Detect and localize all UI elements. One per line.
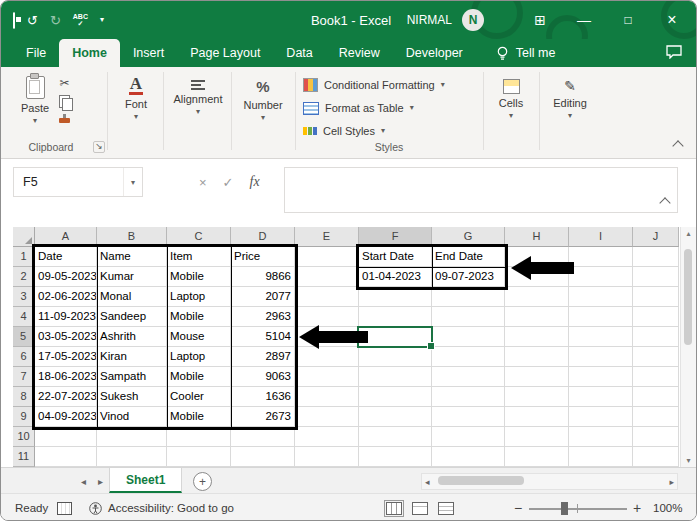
save-icon[interactable]: [13, 14, 15, 27]
font-group-button[interactable]: A Font ▾: [113, 75, 159, 121]
row-header-5[interactable]: 5: [13, 327, 35, 347]
cell-B7[interactable]: Sampath: [97, 367, 167, 387]
cell-I5[interactable]: [569, 327, 633, 347]
number-group-button[interactable]: % Number ▾: [237, 75, 289, 122]
cell-C2[interactable]: Mobile: [167, 267, 231, 287]
cell-G4[interactable]: [432, 307, 505, 327]
cell-G3[interactable]: [432, 287, 505, 307]
row-header-7[interactable]: 7: [13, 367, 35, 387]
cell-I8[interactable]: [569, 387, 633, 407]
cell-A4[interactable]: 11-09-2023: [35, 307, 97, 327]
row-header-6[interactable]: 6: [13, 347, 35, 367]
cell-H6[interactable]: [505, 347, 569, 367]
cell-J11[interactable]: [633, 447, 679, 467]
cell-H3[interactable]: [505, 287, 569, 307]
column-header-A[interactable]: A: [35, 227, 97, 247]
cell-I9[interactable]: [569, 407, 633, 427]
cell-E2[interactable]: [295, 267, 359, 287]
cell-C1[interactable]: Item: [167, 247, 231, 267]
paste-dropdown-caret[interactable]: ▾: [33, 117, 37, 125]
zoom-out-icon[interactable]: −: [514, 494, 522, 521]
paste-button[interactable]: Paste ▾: [15, 73, 55, 125]
prev-sheet-icon[interactable]: ◂: [81, 476, 86, 487]
cell-J7[interactable]: [633, 367, 679, 387]
clipboard-dialog-launcher[interactable]: ↘: [93, 141, 105, 153]
horizontal-scrollbar[interactable]: ◂ ▸: [421, 473, 678, 490]
row-header-1[interactable]: 1: [13, 247, 35, 267]
cell-B11[interactable]: [97, 447, 167, 467]
cell-C7[interactable]: Mobile: [167, 367, 231, 387]
close-button[interactable]: ×: [650, 1, 694, 39]
tab-file[interactable]: File: [13, 39, 59, 67]
cell-I6[interactable]: [569, 347, 633, 367]
cell-J2[interactable]: [633, 267, 679, 287]
cell-A10[interactable]: [35, 427, 97, 447]
column-header-G[interactable]: G: [432, 227, 505, 247]
cell-B9[interactable]: Vinod: [97, 407, 167, 427]
confirm-entry-icon[interactable]: ✓: [223, 175, 234, 190]
cell-D5[interactable]: 5104: [231, 327, 295, 347]
cell-B5[interactable]: Ashrith: [97, 327, 167, 347]
cell-I2[interactable]: [569, 267, 633, 287]
cell-C4[interactable]: Mobile: [167, 307, 231, 327]
cell-C3[interactable]: Laptop: [167, 287, 231, 307]
tab-review[interactable]: Review: [326, 39, 393, 67]
cell-B10[interactable]: [97, 427, 167, 447]
cell-A3[interactable]: 02-06-2023: [35, 287, 97, 307]
vertical-scrollbar-thumb[interactable]: [684, 249, 692, 345]
zoom-slider-thumb[interactable]: [561, 502, 568, 515]
cell-B3[interactable]: Monal: [97, 287, 167, 307]
cell-A6[interactable]: 17-05-2023: [35, 347, 97, 367]
cell-G5[interactable]: [432, 327, 505, 347]
apps-grid-icon[interactable]: ⊞: [518, 1, 562, 39]
scroll-left-icon[interactable]: ◂: [425, 477, 430, 487]
cell-D9[interactable]: 2673: [231, 407, 295, 427]
name-box-dropdown-icon[interactable]: ▾: [123, 168, 142, 196]
cell-G6[interactable]: [432, 347, 505, 367]
cell-G9[interactable]: [432, 407, 505, 427]
tell-me[interactable]: Tell me: [496, 39, 556, 67]
cell-A7[interactable]: 18-06-2023: [35, 367, 97, 387]
cell-E9[interactable]: [295, 407, 359, 427]
cancel-entry-icon[interactable]: ×: [199, 175, 207, 190]
cell-J1[interactable]: [633, 247, 679, 267]
cell-G1[interactable]: End Date: [432, 247, 505, 267]
cell-B4[interactable]: Sandeep: [97, 307, 167, 327]
cell-E5[interactable]: [295, 327, 359, 347]
zoom-slider-track[interactable]: [529, 508, 627, 510]
macro-record-icon[interactable]: [57, 494, 72, 521]
tab-page-layout[interactable]: Page Layout: [177, 39, 273, 67]
cell-F6[interactable]: [359, 347, 432, 367]
column-header-B[interactable]: B: [97, 227, 167, 247]
row-header-3[interactable]: 3: [13, 287, 35, 307]
column-header-D[interactable]: D: [231, 227, 295, 247]
cell-D11[interactable]: [231, 447, 295, 467]
cell-D7[interactable]: 9063: [231, 367, 295, 387]
cell-B1[interactable]: Name: [97, 247, 167, 267]
cell-D8[interactable]: 1636: [231, 387, 295, 407]
cell-F7[interactable]: [359, 367, 432, 387]
cell-D6[interactable]: 2897: [231, 347, 295, 367]
cell-C6[interactable]: Laptop: [167, 347, 231, 367]
zoom-in-icon[interactable]: +: [633, 494, 641, 521]
row-header-8[interactable]: 8: [13, 387, 35, 407]
cell-E1[interactable]: [295, 247, 359, 267]
cell-G10[interactable]: [432, 427, 505, 447]
cell-E3[interactable]: [295, 287, 359, 307]
column-header-E[interactable]: E: [295, 227, 359, 247]
cell-G2[interactable]: 09-07-2023: [432, 267, 505, 287]
accessibility-status[interactable]: Accessibility: Good to go: [89, 494, 234, 521]
column-header-C[interactable]: C: [167, 227, 231, 247]
column-header-F[interactable]: F: [359, 227, 432, 247]
cell-J10[interactable]: [633, 427, 679, 447]
scroll-right-icon[interactable]: ▸: [669, 477, 674, 487]
cell-A9[interactable]: 04-09-2023: [35, 407, 97, 427]
cell-E4[interactable]: [295, 307, 359, 327]
cell-A1[interactable]: Date: [35, 247, 97, 267]
row-header-9[interactable]: 9: [13, 407, 35, 427]
name-box[interactable]: F5 ▾: [13, 167, 143, 197]
cell-D1[interactable]: Price: [231, 247, 295, 267]
cell-E8[interactable]: [295, 387, 359, 407]
cell-D4[interactable]: 2963: [231, 307, 295, 327]
page-layout-view-icon[interactable]: [412, 502, 428, 515]
